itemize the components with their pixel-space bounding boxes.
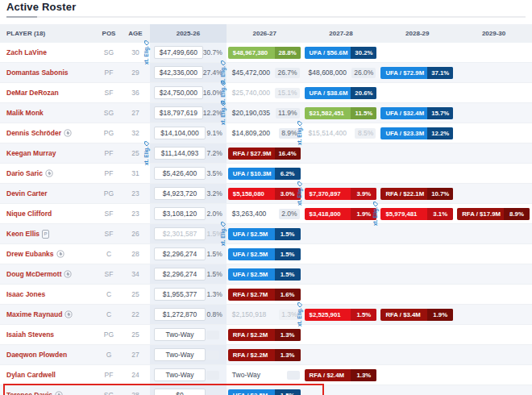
contract-badge[interactable]: $3,418,8001.9% (305, 208, 377, 220)
salary-cell-2025-26: $3,108,1202.0% (150, 204, 227, 223)
player-name-link[interactable]: Dario Saric (6, 169, 43, 177)
contract-badge[interactable]: UFA / $56.6M30.2% (305, 47, 377, 59)
player-position: SF (97, 83, 121, 102)
contract-badge[interactable]: UFA / $38.6M20.6% (305, 87, 377, 99)
player-position: PF (97, 365, 121, 385)
contract-badge[interactable]: UFA / $2.5M1.5% (228, 248, 301, 260)
ext-elig-label[interactable]: xt. Elig. (220, 222, 226, 246)
salary-value: $25,740,000 (227, 89, 270, 97)
contract-badge-pct: 37.1% (427, 67, 453, 79)
salary-cell-2026-27: UFA / $2.5M1.5% (227, 385, 303, 395)
player-name-link[interactable]: Devin Carter (6, 189, 48, 198)
contract-badge[interactable]: $2,525,9011.5% (305, 309, 377, 321)
salary-input[interactable]: $24,750,000 (154, 86, 203, 99)
player-name-link[interactable]: Doug McDermott (6, 270, 61, 278)
contract-badge[interactable]: $21,582,45111.5% (305, 107, 377, 119)
cap-pct: 1.5% (206, 270, 222, 278)
salary-cell-2027-28: UFA / $38.6M20.6% (303, 83, 380, 102)
contract-badge[interactable]: UFA / $2.5M1.5% (228, 228, 301, 240)
contract-badge-value: $5,158,080 (228, 188, 275, 200)
ext-elig-label[interactable]: xt. Elig. (220, 101, 226, 125)
contract-badge[interactable]: $5,979,4813.1% (380, 208, 453, 220)
player-name-link[interactable]: Terence Davis (6, 391, 52, 395)
ext-elig-label[interactable]: xt. Elig. (372, 202, 378, 226)
salary-input[interactable]: $18,797,619 (154, 106, 203, 119)
player-name-link[interactable]: Isaiah Stevens (6, 331, 54, 339)
contract-badge[interactable]: RFA / $2.4M1.3% (305, 369, 377, 381)
salary-cell-2026-27: $48,967,38028.8% (227, 43, 303, 62)
salary-input[interactable]: Two-Way (154, 348, 206, 361)
contract-badge[interactable]: $48,967,38028.8% (228, 47, 301, 59)
player-name-link[interactable]: Keon Ellis (6, 230, 39, 238)
contract-badge[interactable]: RFA / $27.9M16.4% (228, 148, 301, 160)
contract-badge[interactable]: RFA / $17.9M8.9% (457, 208, 530, 220)
salary-input[interactable]: $42,336,000 (154, 66, 203, 79)
ext-elig-label[interactable]: xt. Elig. (297, 302, 302, 326)
player-name-link[interactable]: Drew Eubanks (6, 250, 54, 258)
salary-cell-2027-28: $21,582,45111.5% (303, 103, 380, 123)
table-row: Dario SaricPF31$5,426,4003.5%UFA / $10.3… (0, 164, 532, 184)
salary-input[interactable]: $11,144,093 (154, 147, 206, 160)
player-name-link[interactable]: Keegan Murray (6, 149, 56, 157)
player-name-link[interactable]: Zach LaVine (6, 48, 47, 56)
salary-cell-2029-30 (455, 63, 532, 82)
contract-badge[interactable]: UFA / $32.4M15.7% (380, 107, 453, 119)
contract-badge[interactable]: UFA / $2.5M1.5% (228, 389, 301, 395)
player-name-link[interactable]: Malik Monk (6, 109, 44, 117)
table-row: Malik MonkSG27$18,797,61912.2%xt. Elig.$… (0, 103, 532, 123)
cap-pct: 26.7% (275, 68, 299, 78)
contract-badge[interactable]: RFA / $2.7M1.6% (228, 289, 301, 301)
contract-badge[interactable]: $7,370,8973.9% (305, 188, 377, 200)
player-name-link[interactable]: Nique Clifford (6, 210, 52, 218)
header-year-2026-27: 2026-27 (227, 24, 303, 43)
salary-input[interactable]: $47,499,660 (154, 46, 203, 59)
salary-cell-2029-30 (455, 83, 532, 102)
player-name-link[interactable]: Dennis Schröder (6, 129, 61, 137)
ext-elig-label[interactable]: xt. Elig. (297, 181, 302, 206)
salary-input[interactable]: $2,296,274 (154, 268, 206, 281)
contract-badge-pct: 1.5% (275, 389, 301, 395)
player-cell: Zach LaVine (0, 43, 97, 62)
table-row: Isaac JonesC25$1,955,3771.3%RFA / $2.7M1… (0, 285, 532, 305)
contract-badge[interactable]: UFA / $72.9M37.1% (380, 67, 453, 79)
cap-pct: 1.5% (206, 250, 222, 258)
player-name-link[interactable]: DeMar DeRozan (6, 89, 59, 97)
player-age: 23 (121, 184, 150, 203)
salary-input[interactable]: $3,108,120 (154, 207, 206, 220)
contract-badge[interactable]: RFA / $2.2M1.3% (228, 329, 301, 341)
contract-badge[interactable]: RFA / $2.2M1.3% (228, 349, 301, 361)
salary-value: $3,263,400 (227, 210, 267, 218)
salary-input[interactable]: Two-Way (154, 368, 206, 381)
contract-badge[interactable]: UFA / $2.5M1.5% (228, 268, 301, 281)
header-year-2028-29: 2028-29 (379, 24, 455, 43)
player-name-link[interactable]: Daeqwon Plowden (6, 351, 67, 359)
salary-cell-2025-26: $2,296,2741.5% (150, 244, 227, 264)
salary-cell-2025-26: xt. Elig.$11,144,0937.2% (150, 143, 227, 163)
player-name-link[interactable]: Isaac Jones (6, 290, 45, 298)
player-age: 29 (121, 63, 150, 82)
salary-input[interactable]: $1,955,377 (154, 288, 206, 301)
salary-input[interactable]: $0 (154, 389, 206, 395)
salary-input[interactable]: $14,104,000 (154, 127, 206, 139)
player-cell: Isaac Jones (0, 285, 97, 304)
contract-badge[interactable]: $5,158,0803.0% (228, 188, 301, 200)
table-row: Domantas SabonisPF29$42,336,00027.4%xt. … (0, 63, 532, 83)
player-name-link[interactable]: Domantas Sabonis (6, 69, 69, 77)
player-name-link[interactable]: Dylan Cardwell (6, 371, 56, 379)
salary-input[interactable]: $4,923,720 (154, 187, 206, 200)
salary-input[interactable]: $5,426,400 (154, 167, 206, 180)
salary-input[interactable]: Two-Way (154, 328, 206, 341)
ext-elig-label[interactable]: xt. Elig. (143, 40, 149, 64)
ext-elig-label[interactable]: xt. Elig. (297, 121, 302, 145)
salary-input[interactable]: $2,301,587 (154, 227, 206, 240)
contract-badge-value: $3,418,800 (305, 208, 351, 220)
contract-badge[interactable]: RFA / $3.4M1.9% (380, 309, 453, 321)
player-name-link[interactable]: Maxime Raynaud (6, 310, 62, 318)
salary-input[interactable]: $1,272,870 (154, 308, 206, 321)
ext-elig-label[interactable]: xt. Elig. (143, 141, 149, 165)
salary-input[interactable]: $2,296,274 (154, 247, 206, 260)
contract-badge[interactable]: RFA / $22.1M10.7% (380, 188, 453, 200)
contract-badge[interactable]: UFA / $23.3M12.2% (380, 127, 453, 139)
player-position: C (97, 285, 121, 304)
contract-badge[interactable]: UFA / $10.3M6.2% (228, 168, 301, 180)
